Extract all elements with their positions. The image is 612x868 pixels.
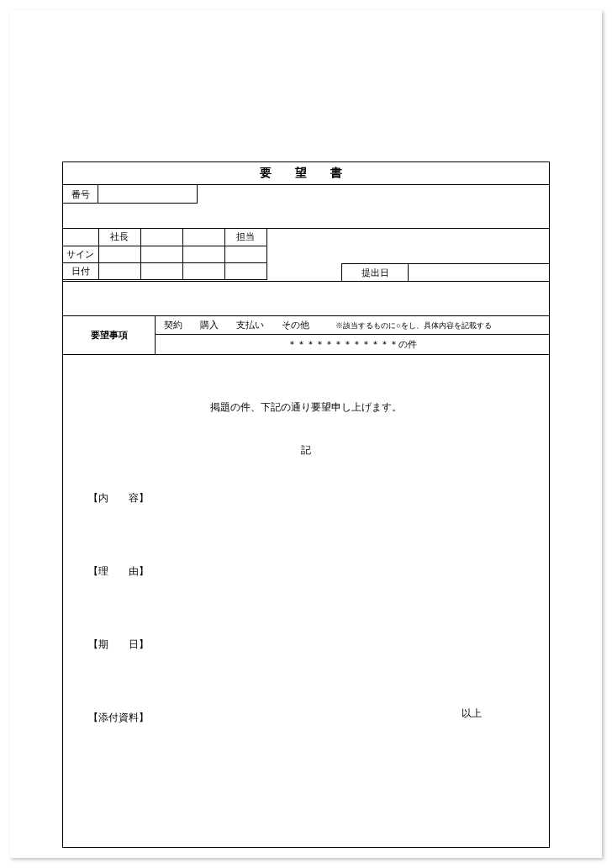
approval-block: 社長 担当 サイン 日付 提出日 bbox=[62, 228, 550, 282]
approval-row-date-label: 日付 bbox=[63, 262, 98, 279]
request-label: 要望事項 bbox=[63, 316, 156, 354]
submit-date-box: 提出日 bbox=[341, 263, 550, 282]
number-value-cell[interactable] bbox=[98, 185, 198, 204]
approval-col-president: 社長 bbox=[98, 229, 140, 246]
approval-sign-cell[interactable] bbox=[182, 246, 224, 262]
body-end: 以上 bbox=[462, 707, 482, 721]
approval-blank-cell bbox=[63, 229, 98, 246]
section-deadline: 【期 日】 bbox=[88, 638, 524, 652]
request-category[interactable]: 支払い bbox=[236, 319, 264, 331]
request-category[interactable]: 購入 bbox=[200, 319, 219, 331]
approval-date-cell[interactable] bbox=[182, 262, 224, 279]
document-page: 要 望 書 番号 社長 担当 サイン 日付 bbox=[10, 10, 602, 858]
request-subject[interactable]: ＊＊＊＊＊＊＊＊＊＊＊＊の件 bbox=[156, 335, 549, 354]
page-title: 要 望 書 bbox=[62, 161, 550, 184]
approval-row-sign-label: サイン bbox=[63, 246, 98, 262]
number-label: 番号 bbox=[63, 185, 98, 204]
request-categories-row: 契約 購入 支払い その他 ※該当するものに○をし、具体内容を記載する bbox=[156, 316, 549, 335]
approval-date-cell[interactable] bbox=[140, 262, 182, 279]
request-category[interactable]: その他 bbox=[282, 319, 309, 331]
submit-date-value[interactable] bbox=[409, 263, 550, 282]
approval-col-charge: 担当 bbox=[224, 229, 266, 246]
approval-sign-cell[interactable] bbox=[98, 246, 140, 262]
request-hint: ※該当するものに○をし、具体内容を記載する bbox=[335, 321, 491, 330]
approval-table: 社長 担当 サイン 日付 bbox=[63, 229, 267, 280]
approval-col-blank bbox=[140, 229, 182, 246]
approval-date-cell[interactable] bbox=[98, 262, 140, 279]
approval-col-blank bbox=[182, 229, 224, 246]
section-content: 【内 容】 bbox=[88, 491, 524, 505]
request-right: 契約 購入 支払い その他 ※該当するものに○をし、具体内容を記載する ＊＊＊＊… bbox=[156, 316, 549, 354]
body-ki: 記 bbox=[88, 443, 524, 458]
approval-date-cell[interactable] bbox=[224, 262, 266, 279]
approval-sign-cell[interactable] bbox=[224, 246, 266, 262]
request-category[interactable]: 契約 bbox=[164, 319, 182, 331]
request-row: 要望事項 契約 購入 支払い その他 ※該当するものに○をし、具体内容を記載する… bbox=[62, 315, 550, 355]
section-reason: 【理 由】 bbox=[88, 564, 524, 579]
body-box: 掲題の件、下記の通り要望申し上げます。 記 【内 容】 【理 由】 【期 日】 … bbox=[62, 355, 550, 848]
number-block: 番号 bbox=[62, 184, 550, 228]
submit-date-label: 提出日 bbox=[341, 263, 409, 282]
section-attach: 【添付資料】 bbox=[88, 711, 524, 725]
body-intro: 掲題の件、下記の通り要望申し上げます。 bbox=[88, 400, 524, 415]
approval-sign-cell[interactable] bbox=[140, 246, 182, 262]
spacer bbox=[62, 282, 550, 315]
